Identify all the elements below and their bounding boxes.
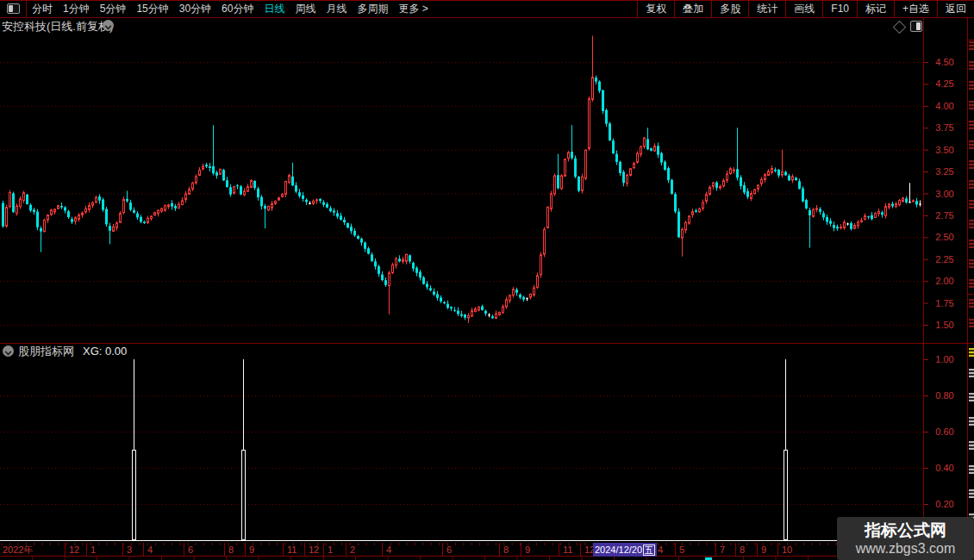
right-strip-glyph xyxy=(969,61,974,70)
title-dropdown-icon[interactable] xyxy=(103,20,114,31)
right-strip-glyph xyxy=(969,369,974,377)
right-strip-glyph xyxy=(969,259,974,268)
timeline-label: 11 xyxy=(287,544,297,556)
right-strip-glyph xyxy=(969,393,974,401)
indicator-header: 股朋指标网 XG: 0.00 xyxy=(3,345,127,358)
period-toolbar: 分时1分钟5分钟15分钟30分钟60分钟日线周线月线多周期更多 > 复权叠加多股… xyxy=(0,0,974,17)
toolbar-right-buttons: 复权叠加多股统计画线F10标记+自选返回 xyxy=(637,0,974,17)
indicator-axis-label: 1.00 xyxy=(926,354,964,364)
timeline-label: 2 xyxy=(350,544,355,556)
right-strip-glyph xyxy=(969,279,974,288)
price-axis-label: 2.50 xyxy=(926,232,964,242)
timeline-label: 1 xyxy=(328,544,333,556)
right-strip-glyph xyxy=(969,465,974,474)
timeline-label: 6 xyxy=(446,544,452,556)
timeline-label: 9 xyxy=(761,544,766,556)
panel-divider xyxy=(0,343,967,344)
price-axis-label: 1.75 xyxy=(926,298,964,308)
timeline-label: 3 xyxy=(127,544,132,556)
timeline-label: 11 xyxy=(563,544,572,556)
watermark: 指标公式网 www.zbgs3.com xyxy=(837,517,974,560)
price-axis-label: 4.00 xyxy=(926,101,964,111)
panel-right-icon[interactable] xyxy=(910,21,922,32)
right-strip-glyph xyxy=(969,441,974,450)
right-strip-glyph xyxy=(969,81,974,90)
timeline-label: 4 xyxy=(658,544,663,556)
period-tab-1分钟[interactable]: 1分钟 xyxy=(58,0,95,17)
cursor-date-badge: 2024/12/20五 xyxy=(593,543,657,557)
timeline-label: 9 xyxy=(249,544,254,556)
toolbar-button-F10[interactable]: F10 xyxy=(822,0,857,17)
timeline-label: 8 xyxy=(740,544,745,556)
cursor-date: 2024/12/20 xyxy=(595,544,642,555)
period-tabs: 分时1分钟5分钟15分钟30分钟60分钟日线周线月线多周期更多 > xyxy=(27,0,434,17)
timeline-label: 10 xyxy=(782,544,792,556)
toolbar-button-多股[interactable]: 多股 xyxy=(711,0,748,17)
timeline-label: 4 xyxy=(386,544,391,556)
status-divider xyxy=(0,556,974,557)
right-strip-glyph xyxy=(969,417,974,426)
diamond-icon[interactable] xyxy=(893,21,907,34)
timeline-label: 9 xyxy=(525,544,530,556)
price-axis-label: 2.75 xyxy=(926,210,964,221)
title-bar: 安控科技(日线.前复权) xyxy=(0,18,974,34)
right-strip-glyph xyxy=(969,180,974,189)
toolbar-button-+自选[interactable]: +自选 xyxy=(894,0,937,17)
period-tab-周线[interactable]: 周线 xyxy=(290,0,321,17)
timeline-label: 12 xyxy=(69,544,79,556)
watermark-title: 指标公式网 xyxy=(865,521,946,540)
timeline-label: 4 xyxy=(147,544,153,556)
cursor-weekday: 五 xyxy=(643,544,655,556)
right-strip-glyph xyxy=(969,299,974,308)
toolbar-button-叠加[interactable]: 叠加 xyxy=(674,0,711,17)
indicator-value: XG: 0.00 xyxy=(83,345,127,358)
right-strip-glyph xyxy=(969,319,974,327)
indicator-dropdown-icon[interactable] xyxy=(3,345,14,357)
toolbar-button-返回[interactable]: 返回 xyxy=(937,0,974,17)
indicator-axis-label: 0.80 xyxy=(926,390,964,401)
price-axis-label: 3.00 xyxy=(926,189,964,199)
indicator-axis-label: 0.20 xyxy=(926,499,964,509)
toolbar-button-复权[interactable]: 复权 xyxy=(637,0,674,17)
indicator-axis-label: 0.60 xyxy=(926,426,964,437)
period-tab-日线[interactable]: 日线 xyxy=(259,0,290,17)
toolbar-button-标记[interactable]: 标记 xyxy=(857,0,894,17)
period-tab-分时[interactable]: 分时 xyxy=(27,0,58,17)
right-strip-glyph xyxy=(969,121,974,129)
right-strip-glyph-yellow xyxy=(969,348,974,357)
right-strip-glyph xyxy=(969,140,974,149)
price-axis-label: 2.25 xyxy=(926,254,964,264)
period-tab-更多 >[interactable]: 更多 > xyxy=(393,0,433,17)
price-axis-label: 1.50 xyxy=(926,320,964,330)
indicator-axis-label: 0.40 xyxy=(926,463,964,473)
right-strip-glyph xyxy=(969,160,974,169)
period-tab-30分钟[interactable]: 30分钟 xyxy=(174,0,216,17)
timeline-label: 8 xyxy=(503,544,509,556)
period-tab-15分钟[interactable]: 15分钟 xyxy=(131,0,173,17)
timeline-label: 7 xyxy=(720,544,725,556)
right-strip-glyph xyxy=(969,220,974,228)
price-axis-label: 4.50 xyxy=(926,57,964,67)
period-tab-月线[interactable]: 月线 xyxy=(321,0,352,17)
timeline-label: 6 xyxy=(188,544,193,556)
panel-left-icon[interactable] xyxy=(7,3,20,14)
right-strip-glyph xyxy=(969,240,974,248)
timeline-label: 5 xyxy=(679,544,684,556)
right-strip-glyph xyxy=(969,101,974,109)
right-strip-glyph xyxy=(969,200,974,208)
period-tab-60分钟[interactable]: 60分钟 xyxy=(216,0,259,17)
timeline-label: 1 xyxy=(91,544,96,556)
toolbar-button-画线[interactable]: 画线 xyxy=(785,0,822,17)
stock-title: 安控科技(日线.前复权) xyxy=(2,19,113,34)
period-tab-5分钟[interactable]: 5分钟 xyxy=(95,0,132,17)
toolbar-button-统计[interactable]: 统计 xyxy=(748,0,785,17)
right-strip-border xyxy=(967,17,968,560)
right-strip-glyph xyxy=(969,41,974,50)
price-axis-label: 2.00 xyxy=(926,276,964,286)
period-tab-多周期[interactable]: 多周期 xyxy=(352,0,393,17)
indicator-name: 股朋指标网 xyxy=(18,344,74,359)
timeline-label: 8 xyxy=(228,544,234,556)
price-axis-label: 3.50 xyxy=(926,145,964,155)
price-axis-label: 3.25 xyxy=(926,166,964,177)
tdx-stock-chart-window: 分时1分钟5分钟15分钟30分钟60分钟日线周线月线多周期更多 > 复权叠加多股… xyxy=(0,0,974,560)
